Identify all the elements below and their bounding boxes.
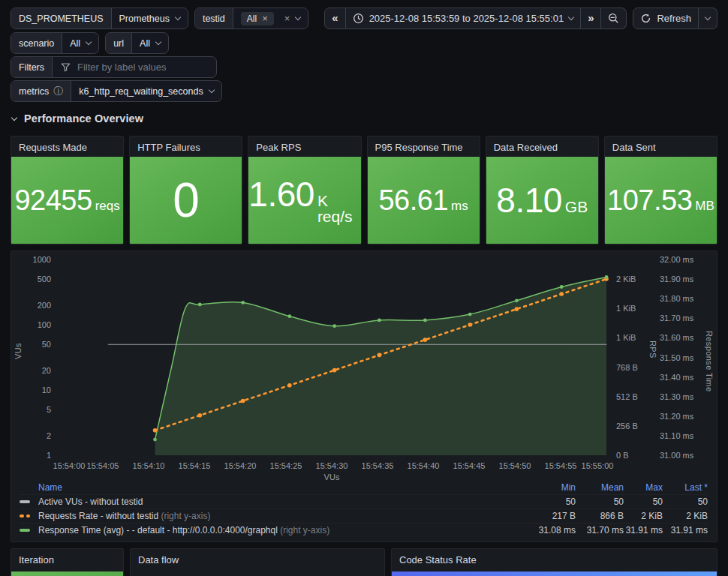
- dashboard: DS_PROMETHEUS Prometheus testid All × × …: [0, 0, 728, 576]
- stat-body: 8.10GB: [486, 157, 598, 244]
- axis-tick-label: 31.80 ms: [660, 294, 700, 303]
- bottom-row: IterationData flowCode Status Rate: [11, 548, 717, 576]
- zoom-out-button[interactable]: [601, 8, 627, 29]
- legend-value: 866 B: [576, 511, 624, 521]
- panel-title: Data flow: [131, 549, 384, 569]
- marker-requests-rate: [153, 428, 158, 433]
- stat-title: HTTP Failures: [130, 136, 242, 157]
- stat-body: 0: [130, 157, 242, 244]
- stat-number: 1.60: [248, 177, 314, 212]
- axis-tick-label: 1000: [11, 255, 51, 264]
- clear-all-icon[interactable]: ×: [284, 14, 290, 23]
- legend-header-name[interactable]: Name: [35, 482, 523, 493]
- axis-tick-label: 15:54:30: [310, 461, 353, 470]
- axis-tick-label: 15:54:10: [127, 461, 170, 470]
- marker-response-time: [605, 275, 609, 279]
- filters-field[interactable]: [53, 57, 216, 77]
- refresh-interval-button[interactable]: [699, 8, 717, 29]
- axis-tick-label: 32.00 ms: [660, 255, 700, 264]
- legend-header-last[interactable]: Last *: [663, 482, 708, 493]
- toolbar-row-3: Filters: [11, 56, 217, 78]
- y-axis-label-rps: RPS: [648, 340, 657, 358]
- scenario-picker: scenario All: [11, 32, 99, 54]
- stat-title: Data Received: [486, 136, 598, 157]
- metrics-value[interactable]: k6_http_req_waiting_seconds: [71, 81, 221, 101]
- time-controls: « 2025-12-08 15:53:59 to 2025-12-08 15:5…: [324, 8, 717, 29]
- refresh-icon: [640, 13, 651, 24]
- plot-area[interactable]: [57, 260, 606, 455]
- stat-number: 56.61: [378, 186, 448, 214]
- time-shift-back-button[interactable]: «: [324, 8, 345, 29]
- testid-value[interactable]: All × ×: [233, 8, 308, 28]
- time-range-picker[interactable]: 2025-12-08 15:53:59 to 2025-12-08 15:55:…: [346, 8, 582, 29]
- stat-title: Data Sent: [605, 136, 717, 157]
- legend-header-max[interactable]: Max: [624, 482, 663, 493]
- legend-series-name[interactable]: Requests Rate - without testid (right y-…: [35, 511, 523, 521]
- stat-number: 0: [173, 176, 199, 224]
- axis-tick-label: 15:54:20: [218, 461, 262, 470]
- stat-value: 0: [173, 176, 199, 224]
- legend-header-mean[interactable]: Mean: [576, 482, 624, 493]
- marker-response-time: [378, 319, 381, 322]
- chip-close-icon[interactable]: ×: [262, 14, 268, 23]
- chevron-down-icon: [568, 14, 574, 20]
- marker-requests-rate: [559, 292, 564, 296]
- marker-requests-rate: [241, 399, 245, 404]
- axis-tick-label: 768 B: [616, 363, 651, 372]
- legend-series-name[interactable]: Active VUs - without testid: [35, 496, 523, 507]
- axis-tick-label: 0 B: [616, 451, 651, 460]
- marker-response-time: [468, 313, 472, 316]
- stat-unit: GB: [565, 199, 588, 214]
- chevron-down-icon: [705, 14, 711, 20]
- panel-title: Iteration: [11, 549, 123, 569]
- axis-tick-label: 256 B: [616, 422, 651, 430]
- marker-response-time: [560, 285, 564, 289]
- refresh-group: Refresh: [633, 8, 717, 29]
- info-icon[interactable]: ⓘ: [53, 85, 63, 98]
- axis-tick-label: 31.30 ms: [660, 392, 700, 401]
- datasource-label: DS_PROMETHEUS: [11, 8, 112, 28]
- axis-tick-label: 1: [11, 451, 51, 460]
- stat-unit: ms: [451, 200, 468, 212]
- legend-value: 31.08 ms: [523, 525, 576, 536]
- axis-tick-label: 31.90 ms: [660, 274, 700, 284]
- marker-response-time: [198, 303, 202, 307]
- stat-number: 8.10: [496, 183, 562, 218]
- marker-response-time: [423, 319, 427, 322]
- axis-tick-label: 15:54:35: [356, 461, 399, 470]
- stat-value: 8.10GB: [496, 183, 588, 218]
- datasource-value[interactable]: Prometheus: [112, 8, 188, 28]
- stat-body: 107.53MB: [605, 157, 717, 244]
- axis-tick-label: 5: [11, 405, 51, 414]
- marker-response-time: [153, 438, 157, 442]
- testid-chip[interactable]: All ×: [241, 12, 274, 26]
- marker-requests-rate: [515, 307, 519, 311]
- legend-value: 31.91 ms: [663, 525, 708, 536]
- time-shift-forward-button[interactable]: »: [581, 8, 601, 29]
- axis-tick-label: 15:54:05: [81, 461, 125, 470]
- section-performance-overview[interactable]: Performance Overview: [12, 112, 143, 124]
- collapse-chevron-icon: [11, 114, 17, 120]
- legend-value: 50: [663, 496, 708, 507]
- url-value[interactable]: All: [132, 33, 168, 53]
- axis-tick-label: 15:54:15: [173, 461, 216, 470]
- marker-response-time: [515, 298, 519, 302]
- legend-series-name[interactable]: Response Time (avg) - - default - http:/…: [35, 525, 523, 536]
- refresh-button[interactable]: Refresh: [633, 8, 699, 29]
- axis-tick-label: 15:54:25: [264, 461, 308, 470]
- legend-swatch: [20, 514, 35, 518]
- scenario-value[interactable]: All: [62, 33, 98, 53]
- filter-input[interactable]: [77, 62, 209, 73]
- legend-header-min[interactable]: Min: [523, 482, 576, 493]
- funnel-icon: [60, 62, 71, 73]
- axis-tick-label: 500: [11, 274, 51, 284]
- marker-requests-rate: [378, 353, 382, 358]
- legend-header-row: NameMinMeanMaxLast *: [20, 481, 708, 494]
- panel-title: Code Status Rate: [392, 549, 717, 569]
- axis-tick-label: 15:54:45: [447, 461, 491, 470]
- stat-p95-response-time: P95 Response Time56.61ms: [367, 136, 480, 244]
- legend-row-requests-rate-without-testid: Requests Rate - without testid (right y-…: [20, 508, 708, 523]
- stat-title: P95 Response Time: [368, 136, 480, 157]
- axis-tick-label: 512 B: [616, 392, 651, 401]
- stat-value: 56.61ms: [378, 186, 468, 214]
